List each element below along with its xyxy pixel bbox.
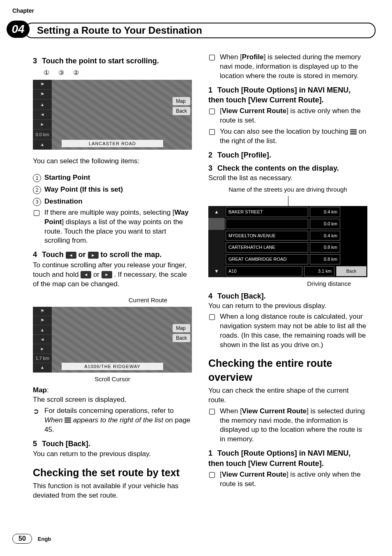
profile-table: ▲ BAKER STREET 0.4 km 0.0 km MYDDELTON A… [208,206,367,277]
profile-row-distance: 3.1 km [304,266,334,276]
profile-row-name: GREAT CAMBRIDGE ROAD [226,254,308,264]
callout-1: ① [44,68,49,77]
r-step-2-title: 2Touch [Profile]. [208,150,367,160]
callout-2: ② [73,68,79,77]
map-button[interactable]: Map [173,324,190,332]
scrollbar-track[interactable] [208,218,225,230]
overview-note: When [View Current Route] is selected du… [208,407,367,445]
triangle-icon: ▲ [33,100,52,109]
step-3-title: 3Touch the point to start scrolling. [33,56,192,66]
annotation-current-route: Current Route [33,296,192,304]
annotation-scroll-cursor: Scroll Cursor [33,375,192,383]
scroll-down-icon[interactable]: ▼ [208,265,225,277]
profile-row-name: MYDDELTON AVENUE [226,231,308,241]
way-point-note: If there are multiple way points, select… [33,208,192,246]
step-4-title: 4Touch ◄ or ► to scroll the map. [33,250,192,259]
scroll-left-icon: ◄ [81,271,91,278]
heading-overview: Checking the entire route overview [208,357,367,385]
reference-note: For details concerning operations, refer… [33,406,192,435]
list-icon [65,417,71,423]
flag-icon: ⚑ [33,80,52,90]
back-button[interactable]: Back [173,334,190,342]
map-label: Map: [33,386,192,395]
o-step-1-note: [View Current Route] is active only when… [208,470,367,489]
r-step-3-description: Scroll the list as necessary. [208,174,367,183]
page-footer: 50 Engb [12,534,51,544]
list-item-1: 1Starting Point [33,173,192,183]
r-step-1-note-1: [View Current Route] is active only when… [208,107,367,125]
distance-readout: 0.0 km [33,130,52,139]
scroll-left-icon: ◄ [66,252,76,259]
back-button[interactable]: Back [336,266,367,276]
scroll-right-icon: ► [88,252,99,259]
map-description: The scroll screen is displayed. [33,395,192,405]
list-item-3: 3Destination [33,197,192,206]
r-step-1-title: 1Touch [Route Options] in NAVI MENU, the… [208,85,367,105]
scroll-right-icon: ► [101,271,112,278]
triangle-icon: ▲ [33,140,52,150]
profile-memory-note: When [Profile] is selected during the me… [208,53,367,81]
r-step-4-note: When a long distance route is calculated… [208,312,367,350]
profile-row-distance: 0.4 km [310,207,340,217]
callout-3: ③ [58,68,64,77]
scroll-right-icon: ► [33,120,52,130]
chapter-header: Setting a Route to Your Destination [25,23,376,38]
profile-row-distance: 0.8 km [310,254,340,264]
r-step-4-description: You can return to the previous display. [208,301,367,311]
map-street-label: A1006/THE RIDGEWAY [62,363,163,370]
language-label: Engb [38,536,51,542]
scroll-left-icon: ◄ [33,110,52,120]
overview-description: You can check the entire shape of the cu… [208,386,367,405]
map-screenshot-2: ⚑ ⚑ ▲ ◄ ► 1.7 km ▲ Map Back A1006/THE RI… [33,307,192,373]
flag-icon: ⚑ [33,307,52,316]
check-text-description: This function is not available if your v… [33,482,192,500]
flag-icon: ⚑ [33,90,52,100]
map-street-label: LANCASTER ROAD [62,140,163,147]
annotation-streets: Name of the streets you are driving thro… [208,185,367,194]
profile-row-name: CARTERHATCH LANE [226,242,308,253]
step-5-title: 5Touch [Back]. [33,439,192,449]
chapter-number-badge: 04 [7,21,30,38]
scroll-left-icon: ◄ [33,335,52,344]
annotation-driving-distance: Driving distance [208,280,367,288]
scroll-right-icon: ► [33,344,52,354]
list-icon [350,129,357,135]
distance-readout: 1.7 km [33,354,52,363]
map-button[interactable]: Map [173,97,190,105]
map-screenshot-2-block: Current Route ⚑ ⚑ ▲ ◄ ► 1.7 km ▲ Map Bac… [33,296,192,384]
map-screenshot-1: ⚑ ⚑ ▲ ◄ ► 0.0 km ▲ Map Back LANCASTER RO… [33,80,192,150]
chapter-label: Chapter [12,7,34,14]
profile-row-name: A10 [226,266,302,276]
step-5-description: You can return to the previous display. [33,449,192,459]
chapter-title: Setting a Route to Your Destination [37,25,202,36]
heading-check-set-route-text: Checking the set route by text [33,466,192,480]
profile-row-name [226,219,308,229]
profile-row-distance: 0.4 km [310,231,340,241]
profile-row-distance: 0.0 km [310,219,340,229]
list-item-2: 2Way Point (If this is set) [33,185,192,195]
step-3-block: 3Touch the point to start scrolling. ① ③… [33,56,192,150]
select-intro: You can select the following items: [33,157,192,166]
flag-icon: ⚑ [33,316,52,326]
back-button[interactable]: Back [173,107,190,115]
triangle-icon: ▲ [33,363,52,373]
o-step-1-title: 1Touch [Route Options] in NAVI MENU, the… [208,448,367,468]
r-step-4-title: 4Touch [Back]. [208,291,367,301]
r-step-1-note-2: You can also see the location by touchin… [208,127,367,146]
scroll-up-icon[interactable]: ▲ [208,206,225,218]
triangle-icon: ▲ [33,325,52,335]
step-4-description: To continue scrolling after you release … [33,261,192,289]
profile-list-block: Name of the streets you are driving thro… [208,185,367,288]
page-number: 50 [12,534,32,544]
profile-row-name: BAKER STREET [226,207,308,217]
r-step-3-title: 3Check the contents on the display. [208,163,367,173]
profile-row-distance: 0.8 km [310,242,340,253]
